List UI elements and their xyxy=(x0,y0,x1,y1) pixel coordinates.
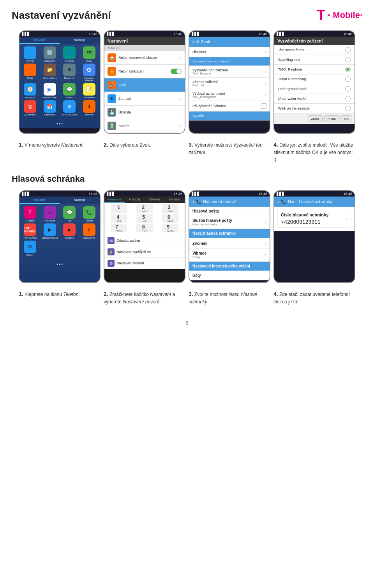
voicemail-settings-header: ‹ 📞 Nast. hlasové schránky xyxy=(274,197,355,207)
btn-ok[interactable]: OK xyxy=(340,115,352,122)
btn-zrusit[interactable]: Zrušit xyxy=(308,115,323,122)
step-v4-cell: 4. Zde stačí zadat uvedené telefonní čís… xyxy=(273,290,355,305)
settings-header: Nastavení xyxy=(104,37,185,45)
phone-v3-status: ▋▋▋ 18:46 xyxy=(189,191,270,197)
voicemail-content: Číslo hlasové schránky +420603123311 › xyxy=(274,207,355,231)
app-telefon[interactable]: 📞 Telefon xyxy=(80,206,99,222)
sound-item-vyzvaneci-zarizeni[interactable]: Vyzváněcí tón zařízení TMO_Ringtone › xyxy=(189,66,270,78)
phone1-tabs: Aplikace Nástroje xyxy=(19,37,100,44)
ringtone-underwater-world[interactable]: Underwater world xyxy=(274,94,355,104)
app-internet[interactable]: 🌐Internet xyxy=(21,46,39,62)
numpad-row1: 1○ 2ABC 3DEF xyxy=(106,204,183,213)
app-google[interactable]: GNastavení Google xyxy=(80,64,99,81)
app-tmobile[interactable]: T T-Mobile xyxy=(21,206,39,222)
v3-sluzba[interactable]: Služba hlasové pošty Hlasová schránka › xyxy=(189,216,270,229)
key-9[interactable]: 9WXYZ xyxy=(162,224,178,232)
v3-vibrace[interactable]: Vibrace Nikdy › xyxy=(189,249,270,262)
logo-dot: · xyxy=(327,9,330,21)
phone3-status-bar: ▋▋▋ 18:46 xyxy=(189,31,270,37)
ringtone-sparkling-mist[interactable]: Sparkling mist xyxy=(274,55,355,65)
tab-aplikace-v1[interactable]: Aplikace xyxy=(19,197,60,204)
v3-hlasova-posta[interactable]: Hlasová pošta xyxy=(189,207,270,216)
status-time: 18:46 xyxy=(173,32,182,36)
app-tmusic[interactable]: ♪ t-music.cz xyxy=(41,206,59,222)
app-pokec[interactable]: 💬Pokec xyxy=(60,83,79,99)
app-soubory[interactable]: 📁Moje soubory xyxy=(41,64,59,81)
app-splanovac[interactable]: 📅S plánovač xyxy=(41,100,59,116)
sound-item-vychozi[interactable]: Výchozí oznamování TMO_Messagetone › xyxy=(189,89,270,101)
ringtone-secret-forest[interactable]: The secret forest xyxy=(274,45,355,55)
tab-klavesnice[interactable]: Klávesnice xyxy=(104,197,125,203)
btn-pridat[interactable]: Přidat xyxy=(324,115,339,122)
phone2-status-bar: ▋▋▋ 18:46 xyxy=(104,31,185,37)
settings-item-blokovani[interactable]: 🔒 Režim blokování xyxy=(104,65,185,78)
key-2[interactable]: 2ABC xyxy=(136,204,153,213)
key-7[interactable]: 7PQRS xyxy=(111,224,127,232)
app-play[interactable]: ▶Obchod Play xyxy=(41,83,59,99)
sound-item-pri-vyzvaneni[interactable]: Při vyzvánění vibrace xyxy=(189,101,270,112)
app-mapy[interactable]: 🗺Mapy xyxy=(80,46,99,62)
sound-screen-header: ‹ ⚙ Zvuk xyxy=(189,37,270,47)
settings-item-uloziste[interactable]: 💾 Úložiště › xyxy=(104,106,185,119)
key-6[interactable]: 6MNO xyxy=(162,214,178,223)
app-kontakty[interactable]: 👤Kontakty xyxy=(60,46,79,62)
settings-item-zvuk[interactable]: 🔊 Zvuk xyxy=(104,78,185,92)
sound-item-system[interactable]: Systém xyxy=(189,112,270,120)
app-poznamka[interactable]: 📝Poznámka xyxy=(80,83,99,99)
v3-internet-volani[interactable]: Nastavení internetového volání xyxy=(189,262,270,271)
step-v3-num: 3. xyxy=(189,291,193,297)
menu-rychle[interactable]: ⚡ Nastavení rychlých vo... xyxy=(104,246,185,258)
sound-item-hlasitost[interactable]: Hlasitost › xyxy=(189,47,270,57)
back-arrow-v4[interactable]: ‹ xyxy=(277,198,279,205)
key-4[interactable]: 4GHI xyxy=(111,214,127,223)
app-zpravy[interactable]: ✉ Zprávy xyxy=(21,241,39,256)
tab-nastroje-v1[interactable]: Nástroje xyxy=(60,197,100,204)
v3-ucty[interactable]: Účty xyxy=(189,271,270,280)
app-nastaveni[interactable]: ⚙Nastavení xyxy=(60,64,79,81)
app-samsung[interactable]: SSamsung Apps xyxy=(60,100,79,116)
key-5[interactable]: 5JKL xyxy=(136,214,153,223)
key-8[interactable]: 8TUV xyxy=(136,224,153,232)
settings-item-zobrazit[interactable]: 👁 Zobrazit › xyxy=(104,92,185,106)
phone-v1-status: ▋▋▋ 18:46 xyxy=(19,191,100,197)
ringtone-tribal[interactable]: Tribal summoning xyxy=(274,74,355,84)
settings-section-label: Zařízení xyxy=(104,45,185,51)
app-zaznamnik[interactable]: 🎙 Záznamník xyxy=(80,223,99,239)
phone1: ▋▋▋ 18:46 Aplikace Nástroje 🌐Internet 🔢K… xyxy=(19,30,101,134)
app-mista[interactable]: 📍Místa xyxy=(21,64,39,81)
step3-num: 3. xyxy=(189,142,193,148)
dialer-tabs: Klávesnice Protokoly Oblíbené Kontakty xyxy=(104,197,185,203)
app-youtube[interactable]: ▶ YouTube xyxy=(60,223,79,239)
phone4-status-bar: ▋▋▋ 18:46 xyxy=(274,31,355,37)
app-top-games[interactable]: TOP GAMES TOP GAMES xyxy=(21,223,39,239)
key-1[interactable]: 1○ xyxy=(111,204,127,213)
sound-item-vibrace-zarizeni[interactable]: Vibrace zařízení Basic call › xyxy=(189,78,270,89)
app-stazene[interactable]: ⬇Stažené xyxy=(80,100,99,116)
tab-nastroje[interactable]: Nástroje xyxy=(60,37,100,44)
back-arrow-v3[interactable]: ‹ xyxy=(192,198,194,205)
v3-nast-hlasove[interactable]: Nast. hlasové schránky xyxy=(189,229,270,238)
tab-oblibene[interactable]: Oblíbené xyxy=(145,197,165,203)
ringtone-walk-seaside[interactable]: Walk on the seaside xyxy=(274,104,355,113)
tab-protokoly[interactable]: Protokoly xyxy=(125,197,145,203)
settings-item-domov[interactable]: 🏠 Režim domovské obrazo › xyxy=(104,51,185,65)
app-videoprehravac[interactable]: ▶ Videopřehrávač xyxy=(41,223,59,239)
menu-odeslat[interactable]: ✉ Odeslat zprávu xyxy=(104,235,185,246)
back-arrow-icon[interactable]: ‹ xyxy=(192,39,194,45)
app-talk[interactable]: 💬 Talk xyxy=(60,206,79,222)
menu-hovory[interactable]: ⚙ Nastavení hovorů xyxy=(104,258,185,269)
tab-kontakty-dialer[interactable]: Kontakty xyxy=(165,197,185,203)
key-3[interactable]: 3DEF xyxy=(162,204,178,213)
app-kalkul[interactable]: 🔢Kalkulačka xyxy=(41,46,59,62)
app-quickoffice[interactable]: QQuickoffice xyxy=(21,100,39,116)
v3-zvoneni[interactable]: Zvonění › xyxy=(189,238,270,249)
app-navigace[interactable]: 🧭Navigace xyxy=(21,83,39,99)
ringtone-tmo[interactable]: TMO_Ringtone xyxy=(274,65,355,74)
signal-icon: ▋▋▋ xyxy=(22,32,30,36)
signal-icon: ▋▋▋ xyxy=(192,32,200,36)
ringtone-underground-pool[interactable]: Underground pool xyxy=(274,84,355,94)
sound-item-vyzvaneci-oznameni[interactable]: Vyzváněcí tón a oznámení xyxy=(189,57,270,66)
tab-aplikace[interactable]: Aplikace xyxy=(19,37,60,44)
settings-item-baterie[interactable]: 🔋 Baterie › xyxy=(104,119,185,133)
voicemail-number-label: Číslo hlasové schránky xyxy=(281,213,328,217)
